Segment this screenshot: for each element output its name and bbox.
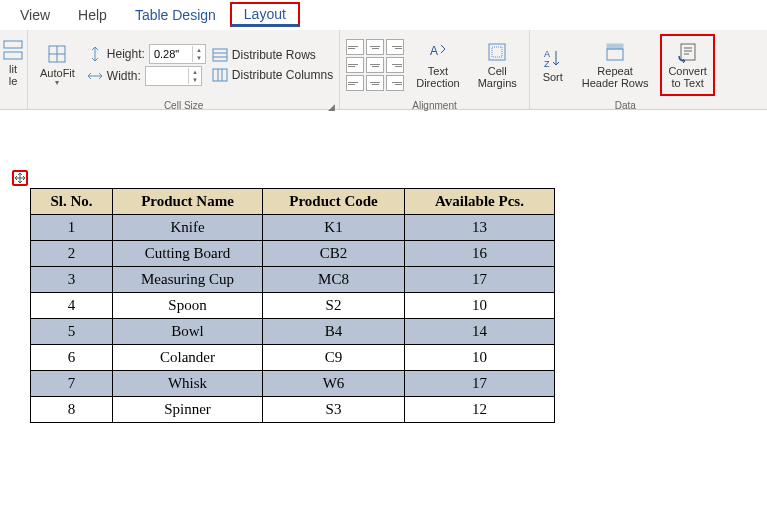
- align-tl[interactable]: [346, 39, 364, 55]
- group-data: AZ Sort Repeat Header Rows Convert to Te…: [530, 30, 721, 109]
- width-input[interactable]: [146, 70, 188, 82]
- table-row[interactable]: 6ColanderC910: [31, 345, 555, 371]
- repeat-header-icon: [604, 41, 626, 63]
- table-cell[interactable]: Knife: [113, 215, 263, 241]
- distribute-rows-icon: [212, 47, 228, 63]
- distribute-cols-button[interactable]: Distribute Columns: [212, 67, 333, 83]
- table-cell[interactable]: 7: [31, 371, 113, 397]
- table-cell[interactable]: 10: [405, 293, 555, 319]
- repeat-header-button[interactable]: Repeat Header Rows: [576, 34, 655, 96]
- move-icon: [15, 173, 25, 183]
- align-tr[interactable]: [386, 39, 404, 55]
- text-direction-button[interactable]: A Text Direction: [410, 34, 465, 96]
- table-cell[interactable]: 13: [405, 215, 555, 241]
- cell-marg-l1: Cell: [488, 65, 507, 77]
- svg-text:Z: Z: [544, 59, 550, 69]
- width-down[interactable]: ▼: [189, 76, 201, 84]
- table-row[interactable]: 3Measuring CupMC817: [31, 267, 555, 293]
- menu-layout[interactable]: Layout: [230, 2, 300, 27]
- cell-size-inputs: Height: ▲▼ Width: ▲▼: [87, 44, 206, 86]
- align-bc[interactable]: [366, 75, 384, 91]
- table-cell[interactable]: 3: [31, 267, 113, 293]
- menu-view[interactable]: View: [6, 3, 64, 27]
- table-row[interactable]: 2Cutting BoardCB216: [31, 241, 555, 267]
- svg-rect-15: [492, 47, 502, 57]
- svg-rect-14: [489, 44, 505, 60]
- autofit-button[interactable]: AutoFit ▾: [34, 34, 81, 96]
- table-cell[interactable]: 5: [31, 319, 113, 345]
- col-width-icon: [87, 68, 103, 84]
- height-down[interactable]: ▼: [193, 54, 205, 62]
- menu-table-design[interactable]: Table Design: [121, 3, 230, 27]
- th-pcs[interactable]: Available Pcs.: [405, 189, 555, 215]
- table-row[interactable]: 7WhiskW617: [31, 371, 555, 397]
- align-mc[interactable]: [366, 57, 384, 73]
- align-tc[interactable]: [366, 39, 384, 55]
- convert-to-text-button[interactable]: Convert to Text: [660, 34, 715, 96]
- menu-help[interactable]: Help: [64, 3, 121, 27]
- align-ml[interactable]: [346, 57, 364, 73]
- table-cell[interactable]: S3: [263, 397, 405, 423]
- height-up[interactable]: ▲: [193, 46, 205, 54]
- table-cell[interactable]: B4: [263, 319, 405, 345]
- table-cell[interactable]: 4: [31, 293, 113, 319]
- text-direction-icon: A: [427, 41, 449, 63]
- table-cell[interactable]: Spoon: [113, 293, 263, 319]
- group-split-label: [0, 96, 27, 109]
- ribbon: lit le AutoFit ▾ Height: ▲▼: [0, 30, 767, 110]
- table-cell[interactable]: Colander: [113, 345, 263, 371]
- height-spinner[interactable]: ▲▼: [149, 44, 206, 64]
- width-up[interactable]: ▲: [189, 68, 201, 76]
- table-row[interactable]: 8SpinnerS312: [31, 397, 555, 423]
- table-cell[interactable]: C9: [263, 345, 405, 371]
- chevron-down-icon: ▾: [55, 79, 59, 88]
- table-cell[interactable]: Measuring Cup: [113, 267, 263, 293]
- convert-l2: to Text: [672, 77, 704, 89]
- table-cell[interactable]: 17: [405, 371, 555, 397]
- table-row[interactable]: 1KnifeK113: [31, 215, 555, 241]
- th-code[interactable]: Product Code: [263, 189, 405, 215]
- table-row[interactable]: 4SpoonS210: [31, 293, 555, 319]
- split-table-button[interactable]: lit le: [2, 32, 24, 94]
- height-input[interactable]: [150, 48, 192, 60]
- table-header-row[interactable]: Sl. No. Product Name Product Code Availa…: [31, 189, 555, 215]
- text-dir-l2: Direction: [416, 77, 459, 89]
- table-cell[interactable]: 1: [31, 215, 113, 241]
- width-label: Width:: [107, 69, 141, 83]
- table-cell[interactable]: 16: [405, 241, 555, 267]
- table-cell[interactable]: 17: [405, 267, 555, 293]
- table-cell[interactable]: Cutting Board: [113, 241, 263, 267]
- table-cell[interactable]: CB2: [263, 241, 405, 267]
- align-mr[interactable]: [386, 57, 404, 73]
- align-br[interactable]: [386, 75, 404, 91]
- table-cell[interactable]: Whisk: [113, 371, 263, 397]
- table-move-handle[interactable]: [12, 170, 28, 186]
- table-row[interactable]: 5BowlB414: [31, 319, 555, 345]
- align-bl[interactable]: [346, 75, 364, 91]
- table-cell[interactable]: 10: [405, 345, 555, 371]
- convert-to-text-icon: [677, 41, 699, 63]
- table-cell[interactable]: W6: [263, 371, 405, 397]
- svg-text:A: A: [544, 49, 550, 59]
- table-cell[interactable]: 12: [405, 397, 555, 423]
- svg-rect-0: [4, 41, 22, 48]
- table-cell[interactable]: 6: [31, 345, 113, 371]
- table-cell[interactable]: S2: [263, 293, 405, 319]
- table-cell[interactable]: 2: [31, 241, 113, 267]
- autofit-icon: [46, 43, 68, 65]
- table-cell[interactable]: Bowl: [113, 319, 263, 345]
- width-spinner[interactable]: ▲▼: [145, 66, 202, 86]
- row-height-icon: [87, 46, 103, 62]
- table-cell[interactable]: Spinner: [113, 397, 263, 423]
- table-cell[interactable]: MC8: [263, 267, 405, 293]
- product-table[interactable]: Sl. No. Product Name Product Code Availa…: [30, 188, 555, 423]
- table-cell[interactable]: 14: [405, 319, 555, 345]
- sort-button[interactable]: AZ Sort: [536, 34, 570, 96]
- table-cell[interactable]: K1: [263, 215, 405, 241]
- repeat-l2: Header Rows: [582, 77, 649, 89]
- distribute-rows-button[interactable]: Distribute Rows: [212, 47, 333, 63]
- cell-margins-button[interactable]: Cell Margins: [472, 34, 523, 96]
- th-sl[interactable]: Sl. No.: [31, 189, 113, 215]
- th-name[interactable]: Product Name: [113, 189, 263, 215]
- table-cell[interactable]: 8: [31, 397, 113, 423]
